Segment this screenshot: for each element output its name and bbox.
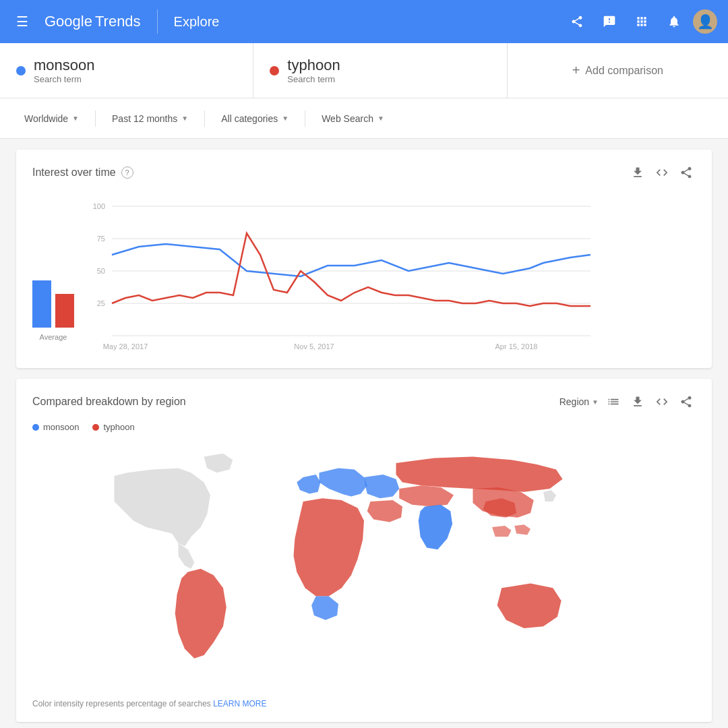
time-filter[interactable]: Past 12 months ▼ (104, 108, 196, 129)
interest-title: Interest over time (32, 166, 116, 179)
monsoon-dot (16, 66, 26, 75)
plus-icon: + (572, 63, 580, 78)
search-term-typhoon[interactable]: typhoon Search term (253, 43, 507, 98)
location-label: Worldwide (24, 113, 68, 124)
search-term-monsoon[interactable]: monsoon Search term (0, 43, 253, 98)
legend-typhoon-dot (92, 424, 99, 431)
svg-text:100: 100 (93, 202, 105, 210)
time-arrow-icon: ▼ (181, 115, 188, 122)
interest-over-time-card: Interest over time ? (16, 150, 712, 368)
monsoon-name: monsoon (34, 57, 95, 74)
svg-text:50: 50 (97, 267, 105, 275)
interest-card-actions (628, 163, 696, 182)
region-type-label: Region (559, 396, 589, 407)
region-type-dropdown[interactable]: Region ▼ (559, 396, 599, 407)
region-arrow-icon: ▼ (592, 398, 599, 406)
share-button[interactable] (564, 8, 590, 35)
notifications-button[interactable] (661, 8, 688, 35)
main-content: Interest over time ? (0, 139, 728, 728)
categories-filter[interactable]: All categories ▼ (213, 108, 297, 129)
region-list-view-button[interactable] (604, 392, 623, 411)
region-embed-button[interactable] (653, 392, 671, 411)
legend-monsoon-label: monsoon (43, 422, 79, 432)
learn-more-link[interactable]: LEARN MORE (213, 699, 266, 708)
typhoon-type: Search term (287, 74, 340, 84)
menu-icon[interactable]: ☰ (11, 8, 34, 35)
svg-text:75: 75 (97, 235, 105, 243)
map-footer-text: Color intensity represents percentage of… (32, 699, 211, 708)
categories-label: All categories (221, 113, 278, 124)
logo-trends-text: Trends (95, 13, 141, 30)
typhoon-avg-bar (55, 294, 74, 328)
search-type-arrow-icon: ▼ (377, 115, 384, 122)
legend-monsoon: monsoon (32, 422, 79, 432)
typhoon-info: typhoon Search term (287, 57, 340, 84)
legend-typhoon: typhoon (92, 422, 134, 432)
explore-label: Explore (174, 14, 220, 30)
user-avatar[interactable]: 👤 (693, 9, 717, 34)
svg-text:Apr 15, 2018: Apr 15, 2018 (495, 342, 538, 351)
interest-help-icon[interactable]: ? (121, 166, 133, 179)
average-label: Average (40, 333, 67, 341)
region-share-button[interactable] (677, 392, 696, 411)
interest-download-button[interactable] (628, 163, 647, 182)
filter-sep-2 (204, 111, 205, 127)
monsoon-type: Search term (34, 74, 95, 84)
legend-typhoon-label: typhoon (103, 422, 134, 432)
region-breakdown-card: Compared breakdown by region Region ▼ (16, 379, 712, 722)
monsoon-avg-bar (32, 280, 51, 328)
svg-text:25: 25 (97, 299, 105, 307)
search-type-filter[interactable]: Web Search ▼ (313, 108, 392, 129)
filter-sep-3 (305, 111, 305, 127)
header-icons: 👤 (564, 8, 717, 35)
search-bar: monsoon Search term typhoon Search term … (0, 43, 728, 98)
app-header: ☰ GoogleTrends Explore 👤 (0, 0, 728, 43)
map-footer: Color intensity represents percentage of… (32, 699, 696, 708)
add-comparison-label: Add comparison (585, 65, 663, 77)
region-legend: monsoon typhoon (32, 422, 696, 432)
region-title: Compared breakdown by region (32, 396, 186, 408)
world-map (32, 437, 696, 694)
region-card-header: Compared breakdown by region Region ▼ (32, 392, 696, 411)
region-download-button[interactable] (628, 392, 647, 411)
legend-monsoon-dot (32, 424, 39, 431)
add-comparison-button[interactable]: + Add comparison (508, 43, 728, 98)
app-logo: GoogleTrends (44, 13, 141, 30)
interest-title-group: Interest over time ? (32, 166, 133, 179)
average-bars (32, 274, 74, 328)
logo-google-text: Google (44, 13, 92, 30)
typhoon-dot (270, 66, 279, 75)
interest-share-button[interactable] (677, 163, 696, 182)
monsoon-info: monsoon Search term (34, 57, 95, 84)
region-header-actions: Region ▼ (559, 392, 696, 411)
svg-text:Nov 5, 2017: Nov 5, 2017 (294, 342, 334, 351)
search-type-label: Web Search (322, 113, 373, 124)
interest-card-header: Interest over time ? (32, 163, 696, 182)
time-label: Past 12 months (112, 113, 177, 124)
location-arrow-icon: ▼ (72, 115, 79, 122)
chart-container: Average 100 75 50 25 (32, 193, 696, 355)
location-filter[interactable]: Worldwide ▼ (16, 108, 87, 129)
svg-text:May 28, 2017: May 28, 2017 (103, 342, 148, 351)
filter-bar: Worldwide ▼ Past 12 months ▼ All categor… (0, 98, 728, 139)
apps-button[interactable] (628, 8, 655, 35)
filter-sep-1 (95, 111, 96, 127)
feedback-button[interactable] (596, 8, 623, 35)
typhoon-name: typhoon (287, 57, 340, 74)
line-chart: 100 75 50 25 May 28, 2017 Nov 5, 2017 (85, 193, 696, 355)
chart-average-section: Average (32, 274, 74, 355)
categories-arrow-icon: ▼ (282, 115, 289, 122)
header-divider (157, 9, 158, 34)
interest-embed-button[interactable] (653, 163, 671, 182)
